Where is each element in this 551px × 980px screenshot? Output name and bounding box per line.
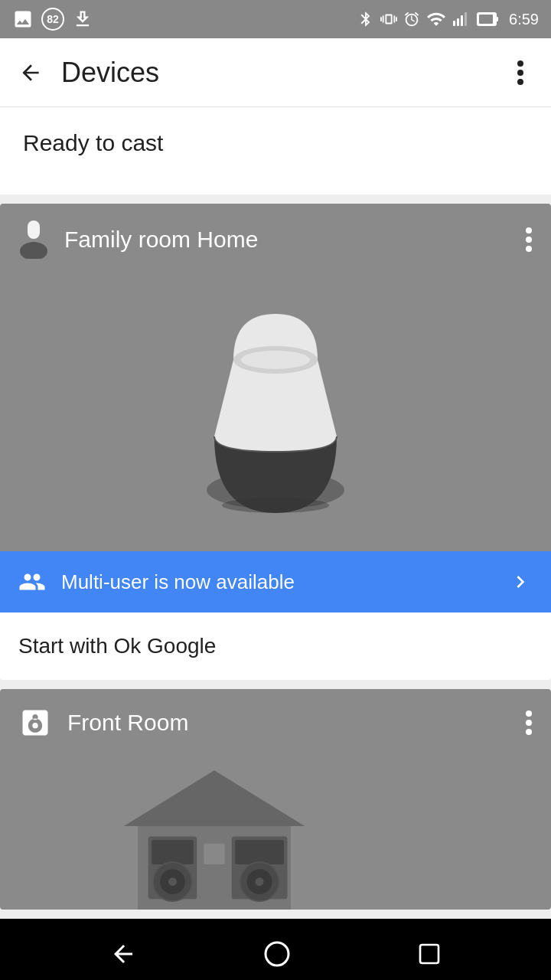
vibrate-icon — [380, 11, 397, 28]
svg-point-11 — [20, 242, 47, 259]
svg-rect-3 — [465, 12, 467, 26]
svg-rect-10 — [28, 220, 40, 239]
cast-device-image — [92, 756, 337, 910]
svg-point-22 — [526, 729, 532, 735]
banner-text: Multi-user is now available — [61, 570, 295, 594]
nav-back-button[interactable] — [97, 928, 149, 980]
notification-badge: 82 — [41, 8, 64, 31]
svg-point-29 — [168, 877, 177, 886]
svg-point-8 — [517, 70, 523, 76]
bluetooth-icon — [357, 11, 374, 28]
google-home-device-image — [191, 299, 360, 528]
svg-point-20 — [526, 710, 532, 717]
front-room-header-left: Front Room — [18, 706, 188, 740]
speaker-icon — [18, 706, 52, 740]
front-room-header: Front Room — [0, 689, 551, 756]
front-room-card: Front Room — [0, 689, 551, 910]
front-room-image-area — [0, 756, 551, 910]
family-room-home-card: Family room Home — [0, 204, 551, 680]
content: Ready to cast Family room Home — [0, 107, 551, 919]
svg-point-7 — [517, 60, 523, 67]
status-bar-left: 82 — [12, 8, 93, 31]
svg-rect-31 — [235, 840, 284, 864]
family-room-header: Family room Home — [0, 204, 551, 276]
svg-marker-23 — [124, 770, 305, 826]
device-name-family-room: Family room Home — [64, 227, 258, 253]
back-button[interactable] — [12, 54, 49, 91]
svg-point-12 — [526, 227, 532, 234]
svg-point-13 — [526, 237, 532, 243]
device-more-options-front-room[interactable] — [525, 710, 533, 736]
battery-icon — [477, 11, 500, 28]
nav-home-button[interactable] — [251, 928, 303, 980]
svg-point-19 — [32, 723, 37, 728]
device-more-options-family-room[interactable] — [525, 227, 533, 253]
page-title: Devices — [61, 57, 502, 89]
alarm-icon — [403, 11, 420, 28]
card-action-text: Start with Ok Google — [18, 634, 216, 658]
status-bar: 82 6:59 — [0, 0, 551, 38]
card-action-area: Start with Ok Google — [0, 612, 551, 680]
device-header-left: Family room Home — [18, 220, 258, 259]
svg-point-14 — [526, 246, 532, 252]
svg-rect-26 — [152, 840, 194, 864]
svg-rect-5 — [479, 15, 493, 24]
svg-point-9 — [517, 79, 523, 85]
svg-rect-37 — [420, 945, 439, 963]
svg-rect-0 — [453, 21, 455, 26]
multi-user-icon — [18, 568, 46, 596]
banner-left: Multi-user is now available — [18, 568, 295, 596]
signal-icon — [452, 10, 471, 28]
ready-to-cast-text: Ready to cast — [23, 130, 163, 155]
svg-point-21 — [526, 720, 532, 726]
svg-point-36 — [266, 942, 289, 965]
device-name-front-room: Front Room — [67, 710, 188, 736]
photo-icon — [12, 8, 34, 30]
multi-user-banner[interactable]: Multi-user is now available — [0, 551, 551, 612]
svg-rect-1 — [457, 18, 459, 26]
download-icon — [72, 8, 93, 30]
nav-recents-button[interactable] — [405, 929, 454, 980]
svg-rect-6 — [496, 17, 498, 21]
svg-point-17 — [241, 351, 310, 369]
svg-rect-35 — [204, 844, 224, 864]
more-options-button[interactable] — [502, 54, 539, 91]
svg-point-34 — [256, 877, 264, 886]
status-bar-right: 6:59 — [357, 9, 539, 29]
svg-rect-2 — [461, 15, 463, 26]
wifi-icon — [426, 9, 446, 29]
status-time: 6:59 — [509, 11, 539, 28]
app-bar: Devices — [0, 38, 551, 107]
chevron-right-icon — [508, 570, 533, 594]
google-home-image-area — [0, 276, 551, 551]
ready-to-cast-card: Ready to cast — [0, 107, 551, 194]
svg-point-18 — [222, 498, 329, 513]
bottom-navigation — [0, 919, 551, 980]
google-home-icon — [18, 220, 49, 259]
